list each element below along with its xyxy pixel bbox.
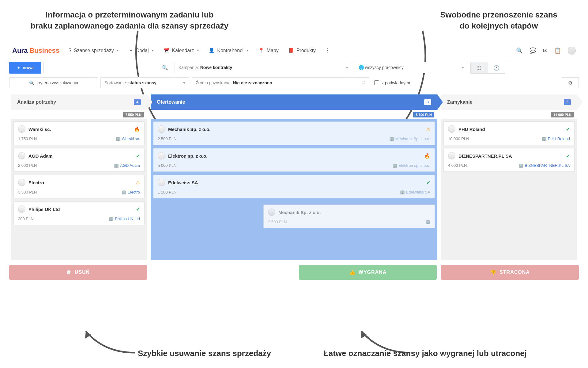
dollar-icon: $ <box>69 48 71 53</box>
card-company-link[interactable]: 🏢 BIZNESPARTNER.PL SA <box>518 163 570 168</box>
column-body[interactable]: PHU Roland ✔ 10 000 PLN 🏢 PHU Roland BIZ… <box>441 119 577 260</box>
column-sum: 7 550 PLN <box>11 110 147 119</box>
opportunity-card[interactable]: PHU Roland ✔ 10 000 PLN 🏢 PHU Roland <box>443 121 575 145</box>
column-header[interactable]: Zamykanie 2 <box>441 94 577 110</box>
card-avatar <box>448 125 455 133</box>
opportunity-card[interactable]: Edelweiss SA ✔ 1 200 PLN 🏢 Edelweiss SA <box>153 175 435 198</box>
mail-icon[interactable]: ✉ <box>543 47 548 54</box>
card-company-link[interactable]: 🏢 Edelweiss SA <box>400 190 430 194</box>
nav-kalendarz[interactable]: 📅 Kalendarz▼ <box>163 48 199 53</box>
opportunity-card[interactable]: Philips UK Ltd ✔ 300 PLN 🏢 Philips UK Lt… <box>13 201 145 225</box>
card-avatar <box>268 209 275 216</box>
building-icon: 🏢 <box>518 163 523 168</box>
annotation-top-left: Informacja o przeterminowanym zadaniu lu… <box>31 9 228 34</box>
column-header[interactable]: Ofertowanie 3 <box>151 94 437 110</box>
user-avatar[interactable] <box>568 47 576 55</box>
podwladni-checkbox[interactable]: z podwładnymi <box>372 77 410 88</box>
new-button[interactable]: ＋nowa <box>9 62 41 74</box>
card-avatar <box>158 125 165 133</box>
zrodlo-select[interactable]: Źródło pozyskania: Nic nie zaznaczono ⇵ <box>192 77 369 88</box>
building-icon: 🏢 <box>122 190 126 194</box>
clipboard-icon[interactable]: 📋 <box>554 47 561 54</box>
pracownicy-select[interactable]: 🌐 wszyscy pracownicy ▾ <box>355 62 468 73</box>
logo: Aura Business <box>12 47 59 55</box>
column-count: 3 <box>424 99 431 105</box>
nav-mapy[interactable]: 📍 Mapy <box>258 48 279 53</box>
timeline-view-button[interactable]: 🕐 <box>488 62 505 73</box>
card-title: Philips UK Ltd <box>28 207 60 212</box>
building-icon: 🏢 <box>389 136 394 141</box>
opportunity-card[interactable]: AGD Adam ✔ 2 000 PLN 🏢 AGD Adam <box>13 148 145 172</box>
building-icon: 🏢 <box>542 136 547 141</box>
annotation-bottom-right: Łatwe oznaczanie szansy jako wygranej lu… <box>324 348 527 359</box>
dragging-card[interactable]: Mechanik Sp. z o.o. 2 500 PLN 🏢 <box>263 205 435 228</box>
status-icon: ✔ <box>426 180 430 186</box>
building-icon: 🏢 <box>116 136 121 141</box>
settings-button[interactable]: ⚙ <box>562 77 579 88</box>
nav-dodaj[interactable]: ＋ Dodaj▼ <box>129 47 154 54</box>
topbar: Aura Business $ Szanse sprzedaży▼ ＋ Doda… <box>9 43 579 58</box>
card-title: PHU Roland <box>458 127 485 132</box>
opportunity-card[interactable]: BIZNESPARTNER.PL SA ✔ 4 000 PLN 🏢 BIZNES… <box>443 148 575 172</box>
opportunity-card[interactable]: Warski sc. 🔥 1 750 PLN 🏢 Warski sc. <box>13 121 145 145</box>
calendar-icon: 📅 <box>163 48 169 53</box>
column-title: Analiza potrzeby <box>17 99 56 105</box>
chevron-down-icon: ▼ <box>246 49 249 52</box>
nav-kontrahenci[interactable]: 👤 Kontrahenci▼ <box>209 48 249 53</box>
chevron-down-icon: ▾ <box>341 65 348 70</box>
chat-icon[interactable]: 💬 <box>530 47 536 54</box>
card-company-link[interactable]: 🏢 Mechanik Sp. z o.o. <box>389 136 430 141</box>
won-button[interactable]: 👍WYGRANA <box>299 265 437 280</box>
card-amount: 1 750 PLN <box>18 136 37 141</box>
delete-button[interactable]: 🗑USUŃ <box>9 265 147 280</box>
opportunity-card[interactable]: Electro ⚠ 3 500 PLN 🏢 Electro <box>13 175 145 198</box>
search-input[interactable]: 🔍 <box>43 62 172 73</box>
building-icon: 🏢 <box>109 217 114 221</box>
more-icon: ⋮ <box>325 48 330 53</box>
card-avatar <box>448 152 455 159</box>
building-icon: 🏢 <box>425 220 430 224</box>
card-amount: 2 000 PLN <box>18 163 37 168</box>
podwladni-checkbox-input[interactable] <box>374 80 379 85</box>
column-body[interactable]: Warski sc. 🔥 1 750 PLN 🏢 Warski sc. AGD … <box>11 119 147 260</box>
chevron-down-icon: ▾ <box>457 65 464 70</box>
nav-produkty[interactable]: 📕 Produkty <box>288 48 316 53</box>
trash-icon: 🗑 <box>66 270 72 275</box>
card-company-link[interactable]: 🏢 AGD Adam <box>114 163 140 168</box>
card-company-link[interactable]: 🏢 Philips UK Ltd <box>109 217 140 221</box>
card-avatar <box>18 205 25 213</box>
card-company-link[interactable]: 🏢 Warski sc. <box>116 136 140 141</box>
card-title: AGD Adam <box>28 153 53 159</box>
card-company-link[interactable]: 🏢 PHU Roland <box>542 136 570 141</box>
status-icon: ✔ <box>566 153 570 159</box>
kampania-select[interactable]: Kampania: Nowe kontrakty ▾ <box>175 62 352 73</box>
card-title: Edelweiss SA <box>168 180 198 185</box>
kryteria-button[interactable]: 🔍 kryteria wyszukiwania <box>9 77 98 88</box>
person-icon: 👤 <box>209 48 215 53</box>
opportunity-card[interactable]: Mechanik Sp. z o.o. ⚠ 2 500 PLN 🏢 Mechan… <box>153 121 435 145</box>
search-icon[interactable]: 🔍 <box>516 47 523 54</box>
column-body[interactable]: Mechanik Sp. z o.o. ⚠ 2 500 PLN 🏢 Mechan… <box>151 119 437 260</box>
lost-button[interactable]: 👎STRACONA <box>441 265 579 280</box>
kanban-view-button[interactable]: ☷ <box>471 62 488 73</box>
card-amount: 10 000 PLN <box>448 136 469 141</box>
status-icon: ✔ <box>136 206 140 212</box>
annotation-bottom-left: Szybkie usuwanie szans sprzedaży <box>138 348 271 359</box>
card-company-link[interactable]: 🏢 Electro <box>122 190 140 194</box>
gear-icon: ⚙ <box>568 80 572 86</box>
card-avatar <box>18 152 25 159</box>
thumbs-down-icon: 👎 <box>490 270 496 275</box>
nav-szanse[interactable]: $ Szanse sprzedaży▼ <box>69 48 119 53</box>
sort-select[interactable]: Sortowanie: status szansy ▾ <box>100 77 189 88</box>
card-amount: 2 500 PLN <box>268 220 287 224</box>
card-company-link[interactable]: 🏢 Elektron sp. z o.o. <box>392 163 430 168</box>
column-header[interactable]: Analiza potrzeby 4 <box>11 94 147 110</box>
pin-icon: 📍 <box>258 48 264 53</box>
status-icon: ✔ <box>566 126 570 132</box>
opportunity-card[interactable]: Elektron sp. z o.o. 🔥 5 000 PLN 🏢 Elektr… <box>153 148 435 172</box>
card-title: Mechanik Sp. z o.o. <box>168 127 210 132</box>
card-amount: 2 500 PLN <box>158 136 176 141</box>
card-title: Mechanik Sp. z o.o. <box>278 210 321 215</box>
status-icon: 🔥 <box>134 126 140 132</box>
nav-more[interactable]: ⋮ <box>325 48 330 53</box>
